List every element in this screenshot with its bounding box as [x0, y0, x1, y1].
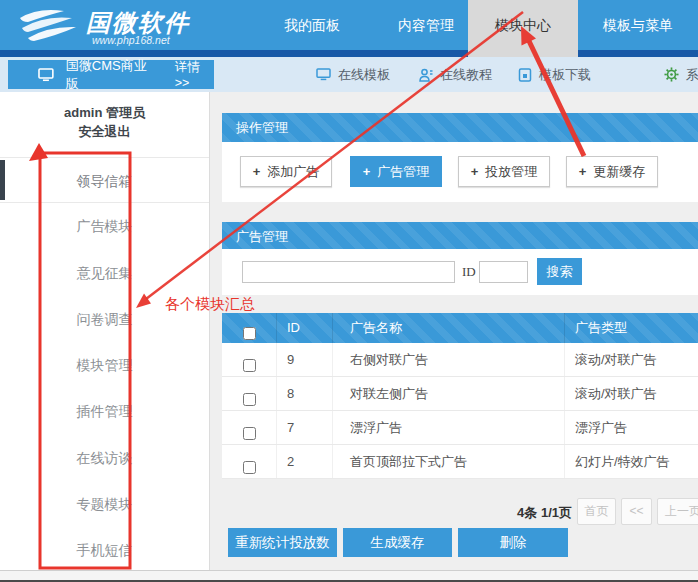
nav-my-dashboard[interactable]: 我的面板: [262, 0, 362, 50]
delivery-manage-label: 投放管理: [485, 164, 537, 179]
table-row: 9 右侧对联广告 滚动/对联广告: [222, 343, 698, 377]
ad-manage-button[interactable]: +广告管理: [350, 156, 442, 187]
template-download-link[interactable]: 模板下载: [518, 60, 591, 89]
prev-page-button[interactable]: 上一页: [657, 498, 698, 525]
cell-id: 2: [277, 445, 333, 478]
sidebar-item-sms[interactable]: 手机短信: [0, 527, 209, 573]
template-download-label: 模板下载: [539, 66, 591, 84]
cell-ad-name: 右侧对联广告: [333, 343, 565, 376]
sidebar-item-label: 插件管理: [77, 403, 133, 419]
gear-icon: [664, 67, 679, 82]
cms-version-badge[interactable]: 国微CMS商业版 详情>>: [8, 60, 214, 89]
logout-link[interactable]: 安全退出: [0, 123, 209, 141]
person-icon: [419, 68, 433, 82]
cms-version-label: 国微CMS商业版: [66, 57, 159, 93]
row-checkbox[interactable]: [243, 393, 256, 406]
sidebar-item-label: 广告模块: [77, 218, 133, 234]
cms-detail-link: 详情>>: [175, 59, 214, 90]
plus-icon: +: [471, 164, 479, 179]
ad-panel-search-body: ID 搜索: [222, 249, 698, 295]
cell-ad-type: 幻灯片/特效广告: [565, 445, 698, 478]
brand-swoosh-icon: [16, 6, 78, 46]
ad-panel-header: 广告管理: [222, 222, 698, 251]
online-template-link[interactable]: 在线模板: [316, 60, 390, 89]
sidebar-item-ad-module[interactable]: 广告模块: [0, 203, 209, 249]
sidebar-item-topic-module[interactable]: 专题模块: [0, 481, 209, 527]
select-all-checkbox[interactable]: [243, 327, 256, 340]
cell-ad-type: 滚动/对联广告: [565, 377, 698, 410]
id-label: ID: [462, 264, 476, 280]
table-row: 2 首页顶部拉下式广告 幻灯片/特效广告: [222, 445, 698, 479]
admin-user-label: admin 管理员: [0, 104, 209, 122]
pagination-summary: 4条 1/1页: [400, 504, 572, 522]
sidebar-item-label: 手机短信: [77, 542, 133, 558]
ad-table: ID 广告名称 广告类型 9 右侧对联广告 滚动/对联广告 8 对联左侧广告 滚…: [222, 313, 698, 479]
online-tutorial-label: 在线教程: [440, 66, 492, 84]
sidebar-item-label: 在线访谈: [77, 450, 133, 466]
cell-id: 9: [277, 343, 333, 376]
cell-ad-type: 滚动/对联广告: [565, 343, 698, 376]
selected-indicator: [0, 160, 5, 200]
row-checkbox[interactable]: [243, 461, 256, 474]
document-icon: [518, 68, 532, 82]
bottom-scrollbar-track[interactable]: [0, 570, 698, 582]
delete-button[interactable]: 删除: [458, 528, 568, 557]
header-id: ID: [277, 313, 333, 343]
add-ad-label: 添加广告: [267, 164, 319, 179]
online-tutorial-link[interactable]: 在线教程: [419, 60, 492, 89]
ad-manage-label: 广告管理: [377, 164, 429, 179]
recount-delivery-button[interactable]: 重新统计投放数: [228, 528, 337, 557]
table-header-row: ID 广告名称 广告类型: [222, 313, 698, 343]
sidebar-item-label: 意见征集: [77, 265, 133, 281]
sidebar-item-plugin-manage[interactable]: 插件管理: [0, 388, 209, 434]
sidebar-item-survey[interactable]: 问卷调查: [0, 296, 209, 342]
sidebar-item-label: 模块管理: [77, 357, 133, 373]
keyword-search-input[interactable]: [242, 261, 455, 283]
nav-module-center[interactable]: 模块中心: [468, 0, 578, 57]
add-ad-button[interactable]: +添加广告: [240, 156, 332, 187]
header-ad-type: 广告类型: [565, 313, 698, 343]
brand-url: www.php168.net: [92, 34, 170, 46]
plus-icon: +: [363, 164, 371, 179]
operations-panel-body: +添加广告 +广告管理 +投放管理 +更新缓存: [222, 142, 698, 202]
nav-content-manage[interactable]: 内容管理: [376, 0, 476, 50]
cell-id: 7: [277, 411, 333, 444]
generate-cache-button[interactable]: 生成缓存: [343, 528, 452, 557]
app-window: 国微软件 www.php168.net 我的面板 内容管理 模块中心 模板与菜单…: [0, 0, 698, 582]
cell-id: 8: [277, 377, 333, 410]
refresh-cache-button[interactable]: +更新缓存: [566, 156, 658, 187]
prev-fast-button[interactable]: <<: [621, 498, 652, 525]
delivery-manage-button[interactable]: +投放管理: [458, 156, 550, 187]
refresh-cache-label: 更新缓存: [593, 164, 645, 179]
sidebar: admin 管理员 安全退出 领导信箱 广告模块 意见征集 问卷调查 模块管理 …: [0, 92, 210, 570]
cell-ad-name: 对联左侧广告: [333, 377, 565, 410]
sidebar-item-label: 问卷调查: [77, 311, 133, 327]
operations-panel-header: 操作管理: [222, 113, 698, 142]
row-checkbox[interactable]: [243, 427, 256, 440]
sidebar-item-label: 专题模块: [77, 496, 133, 512]
sidebar-item-opinion-collect[interactable]: 意见征集: [0, 250, 209, 296]
search-button[interactable]: 搜索: [537, 258, 582, 285]
system-settings-label: 系: [686, 66, 698, 84]
nav-template-menu[interactable]: 模板与菜单: [586, 0, 690, 50]
table-row: 7 漂浮广告 漂浮广告: [222, 411, 698, 445]
system-settings-link[interactable]: 系: [664, 60, 698, 89]
table-row: 8 对联左侧广告 滚动/对联广告: [222, 377, 698, 411]
header-ad-name: 广告名称: [333, 313, 565, 343]
plus-icon: +: [253, 164, 261, 179]
sidebar-menu: 领导信箱 广告模块 意见征集 问卷调查 模块管理 插件管理 在线访谈 专题模块 …: [0, 157, 209, 574]
cell-ad-type: 漂浮广告: [565, 411, 698, 444]
cell-ad-name: 漂浮广告: [333, 411, 565, 444]
sidebar-item-leader-mailbox[interactable]: 领导信箱: [0, 157, 209, 203]
plus-icon: +: [579, 164, 587, 179]
row-checkbox[interactable]: [243, 359, 256, 372]
online-template-label: 在线模板: [338, 66, 390, 84]
sidebar-item-module-manage[interactable]: 模块管理: [0, 342, 209, 388]
first-page-button[interactable]: 首页: [577, 498, 616, 525]
id-search-input[interactable]: [479, 261, 528, 283]
sidebar-item-online-interview[interactable]: 在线访谈: [0, 435, 209, 481]
header-checkbox-cell: [222, 313, 277, 343]
cell-ad-name: 首页顶部拉下式广告: [333, 445, 565, 478]
monitor-icon: [38, 68, 54, 82]
sidebar-item-label: 领导信箱: [77, 173, 133, 189]
